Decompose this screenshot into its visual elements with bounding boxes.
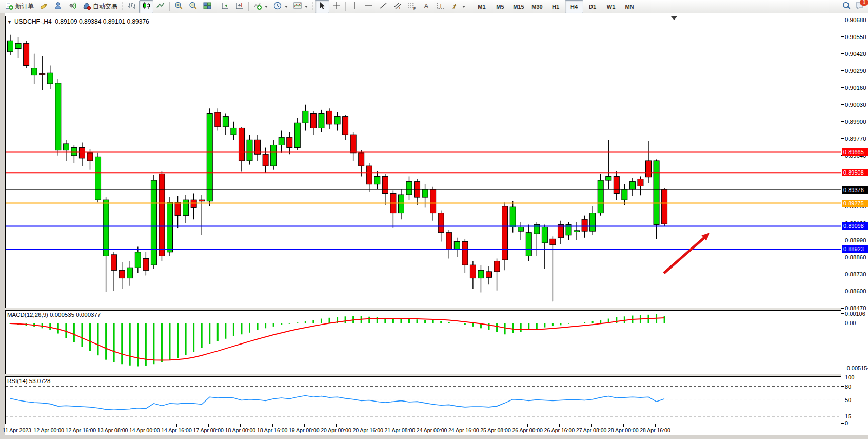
time-label[interactable]: 13 Apr 08:00 <box>97 427 128 433</box>
rsi-tick-label[interactable]: 80 <box>845 384 851 390</box>
time-label[interactable]: 18 Apr 16:00 <box>257 427 288 433</box>
rsi-pane[interactable] <box>5 376 841 424</box>
price-level-badge: 0.88923 <box>842 245 868 253</box>
price-tick-label[interactable]: 0.89900 <box>845 119 866 125</box>
search-icon[interactable] <box>842 1 851 12</box>
price-tick-label[interactable]: 0.90420 <box>845 51 866 57</box>
time-label[interactable]: 14 Apr 00:00 <box>129 427 160 433</box>
macd-pane[interactable] <box>5 310 841 374</box>
templates-button[interactable] <box>290 0 310 13</box>
timeframe-button-mn[interactable]: MN <box>620 0 639 13</box>
price-tick-label[interactable]: 0.90030 <box>845 102 866 108</box>
timeframe-button-m1[interactable]: M1 <box>472 0 491 13</box>
time-label[interactable]: 11 Apr 2023 <box>3 427 31 433</box>
candlestick-chart-button[interactable] <box>139 0 153 13</box>
line-chart-button[interactable] <box>153 0 168 13</box>
time-label[interactable]: 19 Apr 08:00 <box>289 427 320 433</box>
time-label[interactable]: 21 Apr 08:00 <box>385 427 416 433</box>
zoom-out-button[interactable] <box>186 0 200 13</box>
toolbar-separator <box>169 2 170 11</box>
window-left-frame <box>0 13 5 439</box>
price-tick-label[interactable]: 0.90680 <box>845 17 866 23</box>
time-label[interactable]: 17 Apr 08:00 <box>193 427 224 433</box>
main-chart-pane[interactable] <box>5 16 841 308</box>
time-label[interactable]: 20 Apr 16:00 <box>352 427 383 433</box>
chevron-down-icon <box>285 6 288 8</box>
price-tick-label[interactable]: 0.89770 <box>845 136 866 142</box>
news-button[interactable] <box>65 0 80 13</box>
equidistant-channel-tool-button[interactable]: E <box>390 0 405 13</box>
trendline-tool-button[interactable] <box>376 0 390 13</box>
toolbar-grip[interactable] <box>311 2 314 11</box>
fibonacci-tool-button[interactable]: F <box>405 0 419 13</box>
timeframe-button-m5[interactable]: M5 <box>491 0 509 13</box>
pane-splitter[interactable] <box>5 308 841 310</box>
chart-dropdown-icon[interactable]: ▼ <box>7 20 12 25</box>
horizontal-line-tool-button[interactable] <box>362 0 376 13</box>
text-tool-button[interactable]: A <box>419 0 433 13</box>
time-label[interactable]: 14 Apr 16:00 <box>161 427 192 433</box>
time-label[interactable]: 26 Apr 00:00 <box>512 427 543 433</box>
timeframe-button-m30[interactable]: M30 <box>528 0 546 13</box>
timeframe-button-h4[interactable]: H4 <box>565 0 583 13</box>
vertical-line-tool-button[interactable] <box>347 0 362 13</box>
price-tick-label[interactable]: 0.88990 <box>845 237 866 243</box>
time-label[interactable]: 26 Apr 16:00 <box>544 427 575 433</box>
tile-windows-button[interactable] <box>200 0 214 13</box>
price-tick-label[interactable]: 0.90290 <box>845 68 866 74</box>
timeframe-button-w1[interactable]: W1 <box>602 0 620 13</box>
toolbar-grip[interactable] <box>469 2 471 11</box>
time-label[interactable]: 12 Apr 00:00 <box>33 427 64 433</box>
auto-trading-button[interactable]: 自动交易 <box>80 0 120 13</box>
time-label[interactable]: 25 Apr 08:00 <box>480 427 511 433</box>
cursor-tool-button[interactable] <box>315 0 329 13</box>
price-level-badge: 0.89665 <box>842 148 868 156</box>
price-tick-label[interactable]: 0.88600 <box>845 288 866 294</box>
time-label[interactable]: 18 Apr 00:00 <box>225 427 256 433</box>
periods-button[interactable] <box>270 0 290 13</box>
vertical-line-icon <box>350 1 359 12</box>
macd-tick-label[interactable]: -0.005154 <box>845 365 868 371</box>
rsi-tick-mark <box>841 386 844 387</box>
bar-chart-button[interactable] <box>125 0 139 13</box>
timeframe-button-h1[interactable]: H1 <box>546 0 565 13</box>
chat-button[interactable]: 1 <box>855 1 865 12</box>
text-label-tool-button[interactable]: T <box>433 0 448 13</box>
arrows-tool-button[interactable] <box>448 0 468 13</box>
price-tick-label[interactable]: 0.88730 <box>845 271 866 277</box>
trading-platform-window: { "toolbar": { "new_order_label": "新订单",… <box>0 0 868 439</box>
toolbar-grip[interactable] <box>121 2 124 11</box>
profiles-button[interactable] <box>51 0 65 13</box>
zoom-in-button[interactable] <box>171 0 186 13</box>
time-label[interactable]: 27 Apr 08:00 <box>576 427 607 433</box>
rsi-tick-label[interactable]: 100 <box>845 374 854 380</box>
macd-tick-label[interactable]: 0.00 <box>845 320 856 326</box>
chart-shift-button[interactable] <box>232 0 247 13</box>
rsi-tick-label[interactable]: 15 <box>845 413 851 419</box>
time-label[interactable]: 28 Apr 00:00 <box>608 427 639 433</box>
indicators-button[interactable] <box>250 0 270 13</box>
rsi-tick-mark <box>841 423 844 424</box>
macd-tick-label[interactable]: 0.00106 <box>845 311 865 317</box>
time-label[interactable]: 24 Apr 16:00 <box>448 427 479 433</box>
time-label[interactable]: 24 Apr 00:00 <box>417 427 447 433</box>
time-label[interactable]: 20 Apr 00:00 <box>321 427 351 433</box>
time-label[interactable]: 28 Apr 16:00 <box>640 427 670 433</box>
rsi-tick-label[interactable]: 0 <box>845 420 848 426</box>
rsi-tick-label[interactable]: 50 <box>845 397 851 403</box>
time-tick-mark <box>113 424 113 427</box>
crosshair-tool-button[interactable] <box>329 0 344 13</box>
time-tick-mark <box>655 424 656 427</box>
timeframe-button-m15[interactable]: M15 <box>509 0 528 13</box>
time-label[interactable]: 12 Apr 16:00 <box>66 427 96 433</box>
pane-splitter[interactable] <box>5 374 841 376</box>
new-order-button[interactable]: 新订单 <box>2 0 36 13</box>
price-tick-label[interactable]: 0.90160 <box>845 85 866 91</box>
crayon-button[interactable] <box>36 0 51 13</box>
price-tick-label[interactable]: 0.90550 <box>845 34 866 40</box>
auto-scroll-button[interactable] <box>218 0 232 13</box>
text-icon: A <box>422 1 431 12</box>
auto-trading-label: 自动交易 <box>93 2 117 11</box>
price-tick-label[interactable]: 0.88860 <box>845 254 866 260</box>
timeframe-button-d1[interactable]: D1 <box>583 0 602 13</box>
